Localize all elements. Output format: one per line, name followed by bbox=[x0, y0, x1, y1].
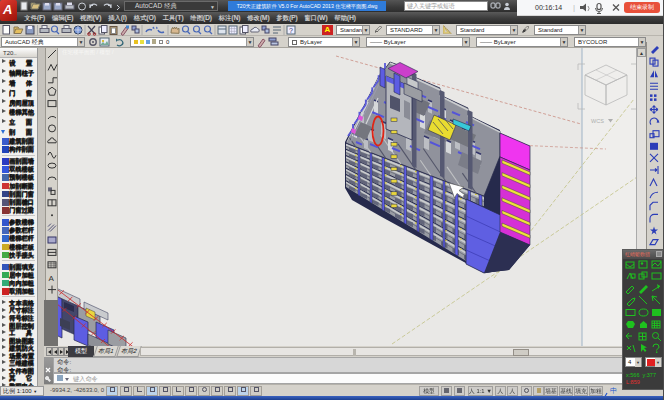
svg-text:?: ? bbox=[289, 27, 293, 34]
svg-text:WCS: WCS bbox=[591, 118, 604, 124]
svg-text:住宅楼平面图 / 模型 /: 住宅楼平面图 / 模型 / bbox=[62, 49, 114, 56]
svg-text:A: A bbox=[49, 274, 55, 283]
